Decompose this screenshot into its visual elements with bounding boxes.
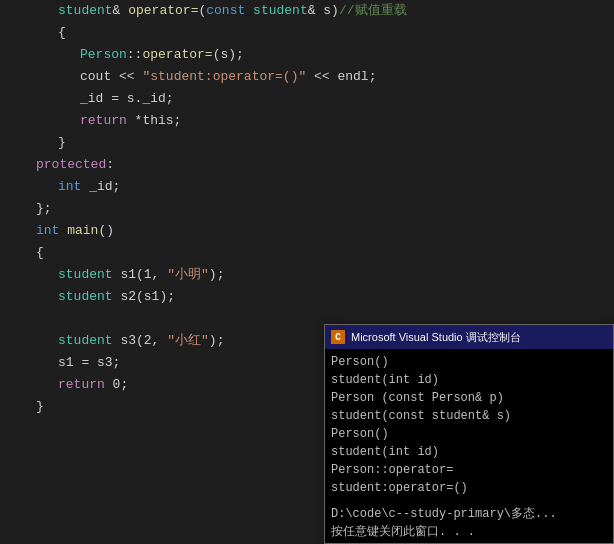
code-line-13: student s1(1, "小明");	[36, 264, 614, 286]
code-line-12: {	[36, 242, 614, 264]
editor-area: student& operator=(const student& s)//赋值…	[0, 0, 614, 544]
code-line-10: };	[36, 198, 614, 220]
token: Person	[80, 44, 127, 66]
ln-12	[0, 242, 22, 264]
console-line-5: Person()	[331, 425, 607, 443]
token	[36, 418, 44, 440]
token: & s)	[308, 0, 339, 22]
token: );	[209, 264, 225, 286]
token: student	[58, 286, 113, 308]
code-line-2: {	[36, 22, 614, 44]
ln-20	[0, 418, 22, 440]
token-protected: protected	[36, 154, 106, 176]
token: (	[198, 0, 206, 22]
token: "student:operator=()"	[142, 66, 306, 88]
code-line-14: student s2(s1);	[36, 286, 614, 308]
code-line-6: return *this;	[36, 110, 614, 132]
token: _id = s._id;	[80, 88, 174, 110]
token: operator=	[142, 44, 212, 66]
code-line-3: Person::operator=(s);	[36, 44, 614, 66]
ln-15	[0, 308, 22, 330]
token: 0;	[105, 374, 128, 396]
token: s2(s1);	[113, 286, 175, 308]
code-line-11: int main()	[36, 220, 614, 242]
ln-6	[0, 110, 22, 132]
token: ::	[127, 44, 143, 66]
ln-7	[0, 132, 22, 154]
token	[59, 220, 67, 242]
console-line-1: Person()	[331, 353, 607, 371]
ln-4	[0, 66, 22, 88]
console-titlebar: C Microsoft Visual Studio 调试控制台	[325, 325, 613, 349]
ln-13	[0, 264, 22, 286]
code-line-4: cout << "student:operator=()" << endl;	[36, 66, 614, 88]
code-line-5: _id = s._id;	[36, 88, 614, 110]
token: operator=	[128, 0, 198, 22]
token: "小明"	[167, 264, 209, 286]
line-numbers	[0, 0, 30, 544]
console-title: Microsoft Visual Studio 调试控制台	[351, 330, 521, 345]
token: cout <<	[80, 66, 142, 88]
ln-11	[0, 220, 22, 242]
token-int: int	[58, 176, 81, 198]
token: }	[36, 396, 44, 418]
token: "小红"	[167, 330, 209, 352]
token: int	[36, 220, 59, 242]
token: ()	[98, 220, 114, 242]
code-line-7: }	[36, 132, 614, 154]
token: << endl;	[306, 66, 376, 88]
console-window: C Microsoft Visual Studio 调试控制台 Person()…	[324, 324, 614, 544]
ln-17	[0, 352, 22, 374]
console-line-8: student:operator=()	[331, 479, 607, 497]
token: s3(2,	[113, 330, 168, 352]
token: //赋值重载	[339, 0, 407, 22]
ln-3	[0, 44, 22, 66]
ln-2	[0, 22, 22, 44]
code-line-9: int _id;	[36, 176, 614, 198]
ln-9	[0, 176, 22, 198]
code-line-8: protected:	[36, 154, 614, 176]
token: );	[209, 330, 225, 352]
ln-10	[0, 198, 22, 220]
ln-5	[0, 88, 22, 110]
ln-1	[0, 0, 22, 22]
token: student	[58, 330, 113, 352]
token: (s);	[213, 44, 244, 66]
code-line-1: student& operator=(const student& s)//赋值…	[36, 0, 614, 22]
console-close-hint: 按任意键关闭此窗口. . .	[331, 523, 607, 541]
token: };	[36, 198, 52, 220]
token: return	[80, 110, 127, 132]
console-line-2: student(int id)	[331, 371, 607, 389]
token: :	[106, 154, 114, 176]
token: s1 = s3;	[58, 352, 120, 374]
ln-18	[0, 374, 22, 396]
console-path: D:\code\c--study-primary\多态...	[331, 505, 607, 523]
token: s1(1,	[113, 264, 168, 286]
console-line-3: Person (const Person& p)	[331, 389, 607, 407]
token: main	[67, 220, 98, 242]
cmd-icon: C	[331, 330, 345, 344]
token: student	[58, 264, 113, 286]
token: _id;	[81, 176, 120, 198]
token: {	[58, 22, 66, 44]
console-line-6: student(int id)	[331, 443, 607, 461]
ln-19	[0, 396, 22, 418]
console-line-7: Person::operator=	[331, 461, 607, 479]
console-body: Person() student(int id) Person (const P…	[325, 349, 613, 503]
console-line-4: student(const student& s)	[331, 407, 607, 425]
token: const	[206, 0, 245, 22]
token: &	[113, 0, 129, 22]
ln-8	[0, 154, 22, 176]
token	[36, 308, 44, 330]
token: }	[58, 132, 66, 154]
token: student	[58, 0, 113, 22]
token	[245, 0, 253, 22]
ln-16	[0, 330, 22, 352]
token: student	[253, 0, 308, 22]
ln-14	[0, 286, 22, 308]
token: return	[58, 374, 105, 396]
token: {	[36, 242, 44, 264]
console-bottom: D:\code\c--study-primary\多态... 按任意键关闭此窗口…	[325, 503, 613, 543]
token: *this;	[127, 110, 182, 132]
